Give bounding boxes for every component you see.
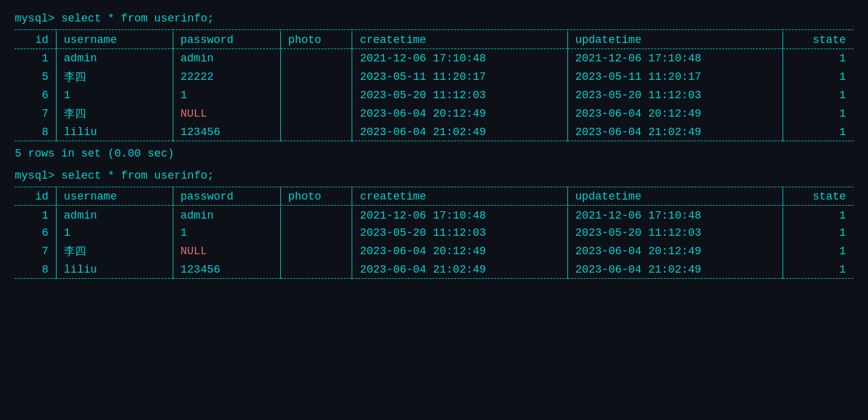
- table1: id username password photo createtime up…: [15, 29, 853, 142]
- query-text-1: select * from userinfo;: [61, 12, 214, 25]
- prompt-line-2: mysql> select * from userinfo;: [15, 169, 853, 182]
- col-header-createtime-2: createtime: [352, 188, 567, 206]
- col-header-createtime-1: createtime: [352, 31, 567, 49]
- col-header-username-1: username: [56, 31, 173, 49]
- table2: id username password photo createtime up…: [15, 187, 853, 280]
- table1-header-row: id username password photo createtime up…: [15, 31, 853, 49]
- table2-bottom-border: [15, 278, 853, 279]
- col-header-updatetime-1: updatetime: [567, 31, 783, 49]
- col-header-state-2: state: [783, 188, 853, 206]
- rows-info-1: 5 rows in set (0.00 sec): [15, 147, 853, 160]
- col-header-id-1: id: [15, 31, 56, 49]
- col-header-state-1: state: [783, 31, 853, 49]
- query-text-2: select * from userinfo;: [61, 169, 214, 182]
- col-header-password-2: password: [173, 188, 280, 206]
- col-header-id-2: id: [15, 188, 56, 206]
- col-header-updatetime-2: updatetime: [567, 188, 783, 206]
- prompt-line-1: mysql> select * from userinfo;: [15, 12, 853, 25]
- col-header-password-1: password: [173, 31, 280, 49]
- table1-container: id username password photo createtime up…: [15, 29, 853, 142]
- col-header-username-2: username: [56, 188, 173, 206]
- table-row: 8 liliu 123456 2023-06-04 21:02:49 2023-…: [15, 261, 853, 279]
- table2-header-row: id username password photo createtime up…: [15, 188, 853, 206]
- table-row: 1 admin admin 2021-12-06 17:10:48 2021-1…: [15, 207, 853, 224]
- col-header-photo-1: photo: [280, 31, 352, 49]
- table-row: 6 1 1 2023-05-20 11:12:03 2023-05-20 11:…: [15, 87, 853, 104]
- col-header-photo-2: photo: [280, 188, 352, 206]
- table-row: 6 1 1 2023-05-20 11:12:03 2023-05-20 11:…: [15, 224, 853, 241]
- terminal-window: mysql> select * from userinfo; id userna…: [15, 12, 853, 279]
- table-row: 8 liliu 123456 2023-06-04 21:02:49 2023-…: [15, 123, 853, 141]
- mysql-prompt-1: mysql>: [15, 12, 61, 25]
- table2-container: id username password photo createtime up…: [15, 187, 853, 280]
- table-row: 7 李四 NULL 2023-06-04 20:12:49 2023-06-04…: [15, 104, 853, 123]
- table-row: 1 admin admin 2021-12-06 17:10:48 2021-1…: [15, 50, 853, 67]
- table-row: 7 李四 NULL 2023-06-04 20:12:49 2023-06-04…: [15, 241, 853, 261]
- table1-bottom-border: [15, 141, 853, 142]
- table-row: 5 李四 22222 2023-05-11 11:20:17 2023-05-1…: [15, 67, 853, 87]
- mysql-prompt-2: mysql>: [15, 169, 61, 182]
